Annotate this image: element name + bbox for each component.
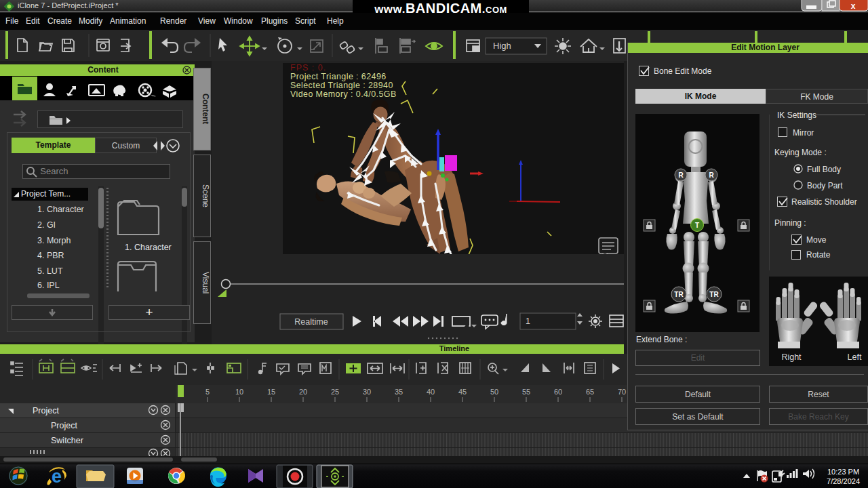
- svg-text:1. Character: 1. Character: [125, 243, 172, 252]
- svg-text:Selected Triangle : 28940: Selected Triangle : 28940: [290, 81, 393, 90]
- svg-text:Video Memory : 0.4/0.5GB: Video Memory : 0.4/0.5GB: [290, 89, 397, 99]
- svg-text:55: 55: [522, 388, 530, 396]
- svg-text:x: x: [851, 1, 856, 11]
- svg-text:R: R: [678, 171, 684, 179]
- svg-text:Realtime: Realtime: [294, 317, 328, 327]
- svg-text:65: 65: [586, 388, 594, 396]
- svg-text:25: 25: [331, 388, 339, 396]
- svg-text:Project Triangle : 62496: Project Triangle : 62496: [290, 72, 387, 81]
- svg-text:5: 5: [205, 388, 210, 396]
- svg-text:70: 70: [618, 388, 626, 396]
- svg-text:10: 10: [235, 388, 243, 396]
- svg-text:1: 1: [526, 317, 530, 326]
- svg-text:Project: Project: [33, 406, 59, 415]
- svg-text:20: 20: [299, 388, 307, 396]
- svg-text:T: T: [695, 222, 699, 229]
- svg-text:TR: TR: [709, 291, 719, 298]
- svg-text:40: 40: [427, 388, 435, 396]
- svg-text:Switcher: Switcher: [51, 436, 83, 445]
- svg-text:TR: TR: [674, 291, 684, 298]
- svg-text:50: 50: [490, 388, 498, 396]
- svg-text:60: 60: [554, 388, 562, 396]
- svg-text:Right: Right: [781, 352, 802, 362]
- svg-text:High: High: [493, 41, 511, 51]
- svg-text:45: 45: [458, 388, 467, 396]
- svg-text:Project: Project: [51, 421, 77, 430]
- svg-text:35: 35: [395, 388, 403, 396]
- svg-text:30: 30: [363, 388, 371, 396]
- svg-text:Left: Left: [848, 352, 862, 362]
- svg-text:15: 15: [267, 388, 275, 396]
- svg-text:FPS : 0.: FPS : 0.: [290, 63, 326, 73]
- svg-text:R: R: [709, 171, 714, 179]
